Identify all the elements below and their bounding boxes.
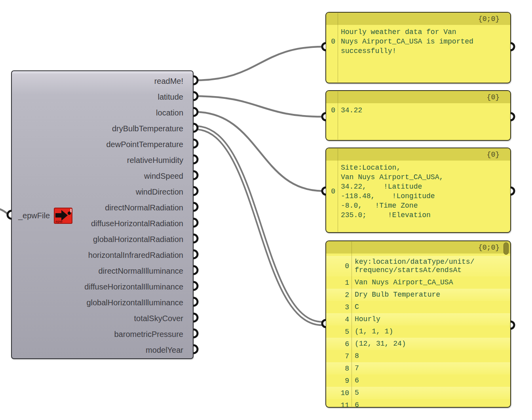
panel-item: 0Hourly weather data for VanNuys Airport… (326, 27, 510, 56)
item-lines: C (352, 303, 510, 311)
output-port-location[interactable] (194, 108, 198, 116)
scrollbar-thumb[interactable] (504, 242, 509, 255)
output-port-latitude[interactable] (194, 92, 198, 100)
output-port-globalHorizontalRadiation[interactable] (194, 235, 198, 242)
panel-item: 1Van Nuys Airport_CA_USA (326, 276, 510, 289)
panel-header: {0} (326, 91, 510, 103)
output-label-totalSkyCover[interactable]: totalSkyCover (12, 310, 193, 326)
output-label-barometricPressure[interactable]: barometricPressure (12, 326, 193, 342)
output-port-windDirection[interactable] (194, 187, 198, 195)
item-index: 0 (326, 106, 338, 115)
panel-line: successfully! (338, 46, 510, 56)
panel-item: 116 (326, 399, 510, 408)
svg-text:epw: epw (55, 219, 63, 223)
panel-item: 5(1, 1, 1) (326, 325, 510, 338)
panel-line: key:location/dataType/units/ (352, 258, 510, 266)
panel-line: 6 (352, 401, 510, 408)
panel-body: 0Hourly weather data for VanNuys Airport… (326, 25, 510, 56)
output-label-horizontalInfraredRadiation[interactable]: horizontalInfraredRadiation (12, 247, 193, 263)
panel-line: 7 (352, 364, 510, 373)
panel-line: 34.22, !Latitude (338, 182, 510, 191)
wire-readme[interactable] (195, 47, 323, 80)
output-label-diffuseHorizontalIlluminance[interactable]: diffuseHorizontalIlluminance (12, 279, 193, 295)
panel-dry-bulb-list[interactable]: {0;0} 0key:location/dataType/units/frequ… (325, 240, 511, 408)
wire-epwfile-input[interactable] (0, 208, 10, 215)
panel-line: 8 (352, 352, 510, 360)
output-label-dryBulbTemperature[interactable]: dryBulbTemperature (12, 121, 193, 136)
panel-line: frequency/startsAt/endsAt (352, 266, 510, 274)
output-port-totalSkyCover[interactable] (194, 314, 198, 322)
panel-item: 105 (326, 387, 510, 399)
panel-body: 0key:location/dataType/units/frequency/s… (326, 254, 510, 408)
output-port-horizontalInfraredRadiation[interactable] (194, 250, 198, 258)
panel-latitude-output-port[interactable] (511, 113, 514, 120)
output-port-directNormalRadiation[interactable] (194, 203, 198, 211)
output-label-modelYear[interactable]: modelYear (12, 342, 193, 358)
output-port-diffuseHorizontalRadiation[interactable] (194, 219, 198, 227)
item-index: 8 (326, 364, 352, 373)
panel-line: 235.0; !Elevation (338, 210, 510, 220)
panel-line: Van Nuys Airport_CA_USA (352, 278, 510, 287)
panel-readme-output-port[interactable] (511, 43, 514, 50)
output-label-globalHorizontalIlluminance[interactable]: globalHorizontalIlluminance (12, 295, 193, 310)
output-port-directNormalIlluminance[interactable] (194, 266, 198, 274)
output-port-diffuseHorizontalIlluminance[interactable] (194, 282, 198, 290)
panel-item: 2Dry Bulb Temperature (326, 289, 510, 301)
output-label-readMe[interactable]: readMe! (12, 73, 193, 89)
item-lines: 8 (352, 352, 510, 360)
panel-item: 0Site:Location,Van Nuys Airport_CA_USA,3… (326, 163, 510, 220)
output-port-barometricPressure[interactable] (194, 329, 198, 337)
item-index: 10 (326, 389, 352, 397)
output-label-dewPointTemperature[interactable]: dewPointTemperature (12, 136, 193, 152)
output-label-location[interactable]: location (12, 105, 193, 121)
panel-line: Nuys Airport_CA_USA is imported (338, 37, 510, 46)
output-port-relativeHumidity[interactable] (194, 155, 198, 163)
data-path-badge: {0} (487, 93, 500, 101)
output-label-globalHorizontalRadiation[interactable]: globalHorizontalRadiation (12, 231, 193, 247)
panel-item: 3C (326, 301, 510, 313)
item-lines: key:location/dataType/units/frequency/st… (352, 258, 510, 274)
output-port-globalHorizontalIlluminance[interactable] (194, 298, 198, 306)
output-port-windSpeed[interactable] (194, 171, 198, 179)
wire-location[interactable] (195, 112, 323, 191)
panel-header: {0;0} (326, 13, 510, 25)
item-index: 6 (326, 340, 352, 348)
item-index: 1 (326, 278, 352, 287)
panel-latitude[interactable]: {0} 034.22 (325, 90, 511, 141)
item-index: 3 (326, 303, 352, 311)
wire-drybulb-list-outer[interactable] (196, 128, 322, 324)
panel-drybulb-output-port[interactable] (511, 322, 514, 329)
panel-item: 78 (326, 350, 510, 362)
output-label-relativeHumidity[interactable]: relativeHumidity (12, 152, 193, 168)
panel-body: 0Site:Location,Van Nuys Airport_CA_USA,3… (326, 161, 510, 220)
output-port-modelYear[interactable] (194, 345, 198, 353)
panel-location-output-port[interactable] (511, 187, 514, 195)
panel-line: Site:Location, (338, 163, 510, 172)
output-port-dewPointTemperature[interactable] (194, 140, 198, 148)
item-index: 0 (326, 163, 338, 220)
panel-line: Hourly weather data for Van (338, 27, 510, 37)
grasshopper-canvas[interactable]: readMe!latitudelocationdryBulbTemperatur… (0, 0, 532, 420)
output-port-dryBulbTemperature[interactable] (194, 124, 198, 132)
output-label-windSpeed[interactable]: windSpeed (12, 168, 193, 184)
panel-header: {0;0} (326, 241, 510, 254)
item-lines: Hourly weather data for VanNuys Airport_… (338, 27, 510, 56)
input-epwfile[interactable]: _epwFile epw (18, 208, 72, 223)
panel-line: (12, 31, 24) (352, 340, 510, 348)
item-lines: 6 (352, 401, 510, 408)
item-lines: Site:Location,Van Nuys Airport_CA_USA,34… (338, 163, 510, 220)
wire-latitude[interactable] (195, 96, 323, 117)
panel-readme[interactable]: {0;0} 0Hourly weather data for VanNuys A… (325, 12, 511, 83)
import-epw-component[interactable]: readMe!latitudelocationdryBulbTemperatur… (11, 70, 194, 359)
output-label-directNormalIlluminance[interactable]: directNormalIlluminance (12, 263, 193, 279)
panel-item: 4Hourly (326, 313, 510, 325)
item-index: 7 (326, 352, 352, 360)
output-label-windDirection[interactable]: windDirection (12, 184, 193, 200)
item-index: 0 (326, 27, 338, 56)
output-port-readMe[interactable] (194, 76, 198, 84)
panel-location[interactable]: {0} 0Site:Location,Van Nuys Airport_CA_U… (325, 148, 511, 233)
panel-item: 0key:location/dataType/units/frequency/s… (326, 256, 510, 276)
panel-line: Dry Bulb Temperature (352, 291, 510, 299)
item-lines: (1, 1, 1) (352, 327, 510, 336)
output-label-latitude[interactable]: latitude (12, 89, 193, 105)
